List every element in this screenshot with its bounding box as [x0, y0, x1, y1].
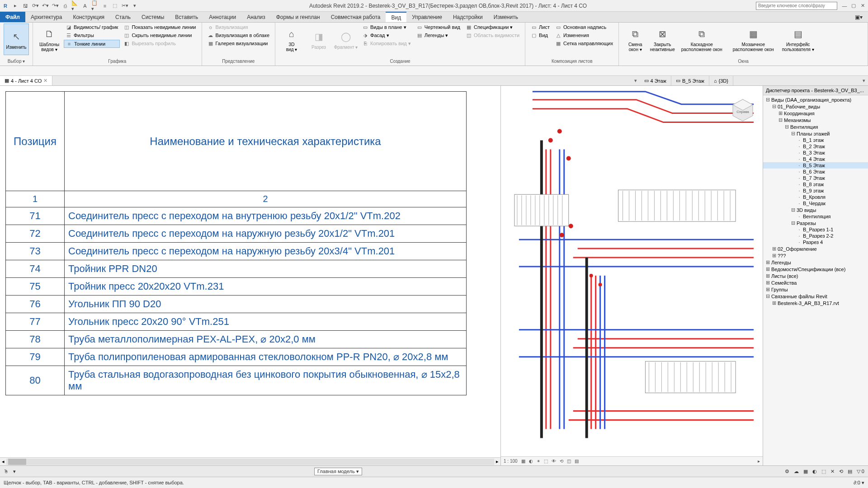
- tree-item[interactable]: ·Разрез 4: [763, 239, 868, 245]
- paste-icon[interactable]: 📋▾: [91, 2, 99, 9]
- sheet-button[interactable]: ▭Лист: [529, 23, 552, 31]
- tile-button[interactable]: ▦Мозаичное расположение окон: [728, 23, 778, 55]
- tree-item[interactable]: ⊞???: [763, 252, 868, 259]
- legends-button[interactable]: ▤Легенды ▾: [415, 32, 462, 39]
- elevation-button[interactable]: ⬗Фасад ▾: [360, 32, 413, 39]
- vc-icon[interactable]: ☁: [794, 469, 799, 474]
- tree-item[interactable]: ·В_4 Этаж: [763, 156, 868, 162]
- tree-twisty-icon[interactable]: ·: [797, 144, 802, 149]
- tree-item[interactable]: ·В_8 этаж: [763, 181, 868, 188]
- tree-item[interactable]: ·В_9 этаж: [763, 188, 868, 194]
- minimize-icon[interactable]: —: [841, 2, 848, 9]
- tab-file[interactable]: Файл: [0, 12, 25, 22]
- viewtab-3d[interactable]: ⌂{3D}: [709, 76, 733, 85]
- tree-item[interactable]: ⊞Группы: [763, 286, 868, 293]
- tree-twisty-icon[interactable]: ⊟: [784, 124, 789, 130]
- tree-item[interactable]: ·В_2 Этаж: [763, 143, 868, 150]
- tree-twisty-icon[interactable]: ·: [797, 175, 802, 181]
- tab-view[interactable]: Вид: [386, 12, 406, 22]
- tab-anal[interactable]: Анализ: [241, 12, 271, 22]
- tree-item[interactable]: ⊞Besterek-3_AR_B3_R17.rvt: [763, 300, 868, 306]
- tree-item[interactable]: ·В_Разрез 2-2: [763, 233, 868, 239]
- vc-icon[interactable]: ▦: [803, 469, 808, 474]
- close-tab-icon[interactable]: ✕: [43, 78, 47, 84]
- tree-twisty-icon[interactable]: ·: [797, 227, 802, 232]
- open-icon[interactable]: ▸: [12, 2, 19, 9]
- tree-twisty-icon[interactable]: ·: [797, 150, 802, 155]
- tree-twisty-icon[interactable]: ·: [797, 163, 802, 168]
- close-inactive-button[interactable]: ⊠Закрыть неактивные: [650, 23, 675, 55]
- vc-icon[interactable]: 🖱: [4, 469, 9, 474]
- tab-forms[interactable]: Формы и генплан: [271, 12, 326, 22]
- gallery-button[interactable]: ▦Галерея визуализации: [206, 40, 272, 47]
- vc-icon[interactable]: ▤: [848, 469, 852, 474]
- visibility-button[interactable]: ◪Видимость/ график: [64, 23, 120, 31]
- tree-twisty-icon[interactable]: ⊞: [765, 266, 770, 272]
- 3d-model-view[interactable]: [501, 86, 763, 465]
- tab-stal[interactable]: Сталь: [110, 12, 136, 22]
- vc-icon[interactable]: ▽ 0: [857, 469, 864, 474]
- tree-item[interactable]: ⊟Связанные файлы Revit: [763, 293, 868, 300]
- view-cube[interactable]: Справа: [730, 97, 755, 122]
- vc-icon[interactable]: ▾: [13, 469, 16, 474]
- tree-item[interactable]: ⊟Виды (DAA_организация_проекта): [763, 96, 868, 103]
- revisions-button[interactable]: △Изменения: [553, 32, 615, 39]
- tree-item[interactable]: ·В_3 Этаж: [763, 150, 868, 156]
- tree-twisty-icon[interactable]: ⊞: [771, 253, 777, 258]
- viewtab-v5[interactable]: ▭В_5 Этаж: [671, 76, 709, 85]
- search-input[interactable]: [756, 2, 837, 10]
- close-icon[interactable]: ✕: [859, 2, 866, 9]
- vc-icon[interactable]: ▤: [575, 459, 579, 464]
- hscroll[interactable]: ◂▸: [0, 457, 500, 465]
- viewtab-sheet[interactable]: ▦4 - Лист 4 СО✕: [0, 76, 52, 85]
- tree-twisty-icon[interactable]: ·: [797, 156, 802, 162]
- tree-item[interactable]: ⊟01_Рабочие_виды: [763, 103, 868, 110]
- viewtab-4etazh[interactable]: ▭4 Этаж: [640, 76, 671, 85]
- vc-icon[interactable]: ⟲: [839, 469, 843, 474]
- sync-icon[interactable]: ⟳▾: [32, 2, 39, 9]
- workset-select[interactable]: Главная модель ▾: [314, 468, 362, 475]
- viewtab-drop1[interactable]: ▾: [632, 78, 640, 84]
- tab-arch[interactable]: Архитектура: [25, 12, 68, 22]
- hide-hidden-button[interactable]: ◫Скрыть невидимые линии: [122, 32, 198, 39]
- render-cloud-button[interactable]: ☁Визуализация в облаке: [206, 32, 272, 39]
- vc-icon[interactable]: ◐: [812, 469, 817, 474]
- vc-icon[interactable]: ✴: [537, 459, 540, 464]
- switch-windows-button[interactable]: ⧉Смена окон ▾: [623, 23, 648, 55]
- scale-display[interactable]: 1 : 100: [504, 459, 518, 464]
- vc-icon[interactable]: ◫: [567, 459, 571, 464]
- tab-modify[interactable]: Изменить: [488, 12, 524, 22]
- tree-twisty-icon[interactable]: ·: [797, 233, 802, 239]
- tree-twisty-icon[interactable]: ·: [797, 182, 802, 187]
- maximize-icon[interactable]: ▢: [850, 2, 857, 9]
- tree-item[interactable]: ·В_5 Этаж: [763, 162, 868, 169]
- tree-item[interactable]: ⊟Вентиляция: [763, 123, 868, 130]
- tree-item[interactable]: ⊟Планы этажей: [763, 130, 868, 137]
- tree-twisty-icon[interactable]: ·: [797, 169, 802, 174]
- tree-item[interactable]: ·В_1 этаж: [763, 137, 868, 143]
- redo-icon[interactable]: ↷▾: [52, 2, 59, 9]
- thin-lines-button[interactable]: ≡Тонкие линии: [64, 40, 120, 48]
- tree-twisty-icon[interactable]: ·: [797, 239, 802, 245]
- measure-icon[interactable]: 📐▾: [71, 2, 79, 9]
- print-icon[interactable]: ⎙: [61, 2, 69, 9]
- filters-button[interactable]: ☰Фильтры: [64, 32, 120, 39]
- vc-icon[interactable]: ⬚: [821, 469, 826, 474]
- vc-icon[interactable]: ▸: [758, 459, 760, 464]
- view-button[interactable]: ▢Вид: [529, 32, 552, 39]
- 3d-pane[interactable]: Справа 1 : 100 ▦◐✴⬚👁⟲◫▤ ▸: [501, 86, 763, 465]
- tree-twisty-icon[interactable]: ⊟: [765, 97, 770, 103]
- tree-twisty-icon[interactable]: ·: [797, 194, 802, 200]
- tree-item[interactable]: ⊞Ведомости/Спецификации (все): [763, 266, 868, 272]
- tree-twisty-icon[interactable]: ·: [797, 214, 802, 219]
- titleblock-button[interactable]: ▭Основная надпись: [553, 23, 615, 31]
- tree-twisty-icon[interactable]: ⊟: [790, 207, 796, 213]
- guide-grid-button[interactable]: ▦Сетка направляющих: [553, 40, 615, 47]
- tree-item[interactable]: ⊟3D виды: [763, 206, 868, 213]
- tab-addins[interactable]: Надстройки: [448, 12, 488, 22]
- undo-icon[interactable]: ↶▾: [42, 2, 49, 9]
- tree-item[interactable]: ·Вентиляция: [763, 213, 868, 220]
- tree-item[interactable]: ·В_7 Этаж: [763, 175, 868, 181]
- modify-button[interactable]: ↖Изменить: [4, 23, 29, 55]
- tree-twisty-icon[interactable]: ⊟: [778, 117, 783, 123]
